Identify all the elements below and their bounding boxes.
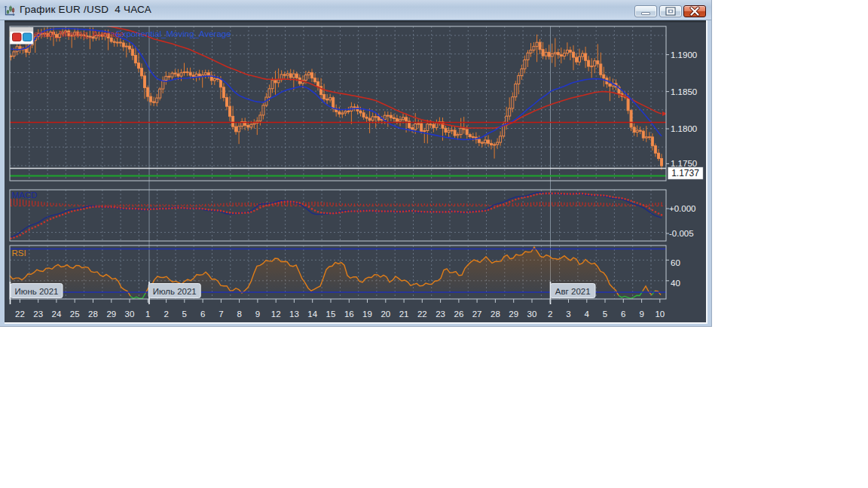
svg-text:29: 29 (106, 310, 116, 319)
svg-text:10: 10 (655, 310, 665, 319)
svg-text:23: 23 (436, 310, 445, 319)
svg-text:1.1737: 1.1737 (671, 168, 699, 178)
svg-text:30: 30 (125, 310, 135, 319)
svg-text:+0.000: +0.000 (669, 204, 696, 213)
svg-text:24: 24 (52, 310, 62, 319)
svg-text:22: 22 (417, 310, 427, 319)
svg-text:MACD: MACD (12, 191, 38, 200)
svg-text:1.1850: 1.1850 (671, 87, 697, 96)
svg-text:29: 29 (509, 310, 518, 319)
svg-text:60: 60 (671, 258, 680, 267)
svg-text:9: 9 (639, 310, 643, 319)
svg-text:Авг 2021: Авг 2021 (555, 287, 591, 296)
svg-text:28: 28 (88, 310, 98, 319)
svg-text:5: 5 (182, 310, 187, 319)
svg-text:40: 40 (671, 279, 680, 288)
svg-text:2: 2 (548, 310, 552, 319)
svg-text:1: 1 (145, 310, 150, 319)
svg-text:6: 6 (621, 310, 625, 319)
svg-text:9: 9 (255, 310, 260, 319)
svg-text:6: 6 (200, 310, 205, 319)
svg-text:12: 12 (271, 310, 281, 319)
svg-text:22: 22 (15, 310, 25, 319)
svg-text:Июль 2021: Июль 2021 (153, 287, 197, 296)
svg-text:1.1750: 1.1750 (671, 159, 697, 168)
svg-text:23: 23 (33, 310, 43, 319)
svg-text:28: 28 (491, 310, 500, 319)
svg-text:26: 26 (454, 310, 464, 319)
svg-text:1.1900: 1.1900 (671, 50, 697, 59)
svg-text:13: 13 (289, 310, 299, 319)
svg-text:19: 19 (362, 310, 372, 319)
svg-text:4: 4 (585, 310, 590, 319)
svg-text:3: 3 (566, 310, 570, 319)
svg-text:5: 5 (603, 310, 607, 319)
svg-text:20: 20 (381, 310, 390, 319)
svg-text:25: 25 (70, 310, 80, 319)
svg-text:2: 2 (164, 310, 168, 319)
svg-text:27: 27 (472, 310, 482, 319)
svg-text:8: 8 (237, 310, 241, 319)
svg-text:21: 21 (399, 310, 409, 319)
svg-text:RSI: RSI (12, 249, 26, 258)
svg-text:16: 16 (344, 310, 354, 319)
svg-text:-0.005: -0.005 (669, 229, 694, 238)
svg-text:7: 7 (219, 310, 223, 319)
svg-text:Июнь 2021: Июнь 2021 (14, 287, 58, 296)
svg-text:15: 15 (326, 310, 336, 319)
svg-text:14: 14 (307, 310, 317, 319)
svg-text:30: 30 (527, 310, 537, 319)
svg-text:Exponential_Moving_Average: Exponential_Moving_Average (116, 29, 231, 38)
svg-text:1.1800: 1.1800 (671, 124, 697, 133)
